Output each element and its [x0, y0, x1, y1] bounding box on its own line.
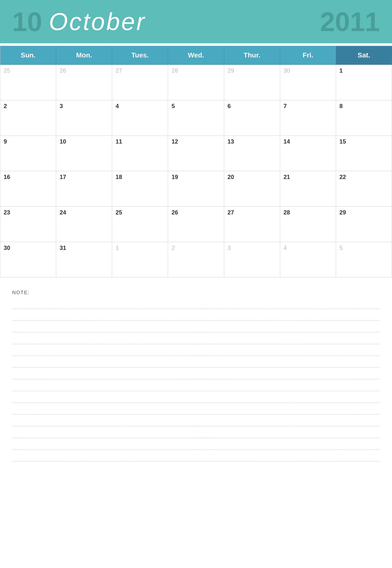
calendar-cell[interactable]: 5: [168, 100, 224, 136]
calendar-cell[interactable]: 7: [280, 100, 336, 136]
day-header-wed: Wed.: [168, 46, 224, 65]
calendar-cell[interactable]: 17: [56, 171, 112, 207]
note-line: [12, 426, 380, 438]
calendar-cell[interactable]: 18: [112, 171, 168, 207]
note-section: NOTE:: [0, 283, 392, 466]
calendar-page: 10 October 2011 Sun.Mon.Tues.Wed.Thur.Fr…: [0, 0, 392, 568]
calendar-cell[interactable]: 29: [224, 65, 280, 100]
day-header-tues: Tues.: [112, 46, 168, 65]
calendar-cell[interactable]: 25: [0, 65, 56, 100]
cell-day-number: 29: [228, 67, 234, 74]
cell-day-number: 24: [60, 209, 66, 216]
cell-day-number: 15: [339, 138, 346, 145]
calendar-cell[interactable]: 13: [224, 136, 280, 171]
month-number: 10: [12, 8, 42, 35]
calendar-cell[interactable]: 2: [0, 100, 56, 136]
calendar-cell[interactable]: 27: [112, 65, 168, 100]
note-line: [12, 344, 380, 356]
calendar-cell[interactable]: 4: [280, 242, 336, 278]
calendar-cell[interactable]: 11: [112, 136, 168, 171]
cell-day-number: 17: [60, 174, 66, 180]
note-line: [12, 438, 380, 450]
cell-day-number: 25: [4, 67, 10, 74]
cell-day-number: 19: [171, 174, 178, 180]
calendar-cell[interactable]: 10: [56, 136, 112, 171]
cell-day-number: 5: [171, 103, 175, 109]
calendar-cell[interactable]: 3: [224, 242, 280, 278]
calendar-cell[interactable]: 26: [56, 65, 112, 100]
month-name: October: [49, 8, 146, 36]
calendar-cell[interactable]: 4: [112, 100, 168, 136]
calendar-cell[interactable]: 21: [280, 171, 336, 207]
cell-day-number: 5: [339, 244, 343, 251]
calendar-cell[interactable]: 19: [168, 171, 224, 207]
calendar-cell[interactable]: 12: [168, 136, 224, 171]
note-line: [12, 297, 380, 309]
calendar-cell[interactable]: 30: [280, 65, 336, 100]
cell-day-number: 22: [339, 174, 346, 180]
calendar-cell[interactable]: 31: [56, 242, 112, 278]
cell-day-number: 1: [339, 67, 343, 74]
day-header-sun: Sun.: [0, 46, 56, 65]
cell-day-number: 27: [228, 209, 234, 216]
note-line: [12, 450, 380, 462]
note-line: [12, 332, 380, 344]
cell-day-number: 2: [171, 244, 175, 251]
calendar-cell[interactable]: 28: [280, 207, 336, 242]
cell-day-number: 1: [115, 244, 119, 251]
calendar-cell[interactable]: 16: [0, 171, 56, 207]
calendar-cell[interactable]: 22: [336, 171, 392, 207]
calendar-cell[interactable]: 23: [0, 207, 56, 242]
note-line: [12, 415, 380, 426]
calendar-cell[interactable]: 28: [168, 65, 224, 100]
day-header-mon: Mon.: [56, 46, 112, 65]
calendar-cell[interactable]: 24: [56, 207, 112, 242]
cell-day-number: 4: [283, 244, 287, 251]
cell-day-number: 23: [4, 209, 10, 216]
cell-day-number: 14: [283, 138, 290, 145]
calendar-cell[interactable]: 25: [112, 207, 168, 242]
calendar-grid: 2526272829301234567891011121314151617181…: [0, 65, 392, 278]
cell-day-number: 7: [283, 103, 287, 109]
calendar-cell[interactable]: 26: [168, 207, 224, 242]
cell-day-number: 3: [60, 103, 63, 109]
cell-day-number: 9: [4, 138, 7, 145]
year: 2011: [320, 8, 380, 35]
cell-day-number: 30: [283, 67, 290, 74]
note-line: [12, 379, 380, 391]
cell-day-number: 10: [60, 138, 66, 145]
cell-day-number: 30: [4, 244, 10, 251]
note-line: [12, 403, 380, 415]
calendar-cell[interactable]: 29: [336, 207, 392, 242]
cell-day-number: 12: [171, 138, 178, 145]
days-header: Sun.Mon.Tues.Wed.Thur.Fri.Sat.: [0, 46, 392, 65]
calendar-cell[interactable]: 6: [224, 100, 280, 136]
note-line: [12, 368, 380, 379]
calendar-cell[interactable]: 8: [336, 100, 392, 136]
calendar-cell[interactable]: 1: [112, 242, 168, 278]
calendar-cell[interactable]: 27: [224, 207, 280, 242]
note-line: [12, 321, 380, 332]
calendar-cell[interactable]: 9: [0, 136, 56, 171]
cell-day-number: 20: [228, 174, 234, 180]
cell-day-number: 31: [60, 244, 66, 251]
note-line: [12, 391, 380, 403]
cell-day-number: 21: [283, 174, 290, 180]
calendar-cell[interactable]: 3: [56, 100, 112, 136]
cell-day-number: 13: [228, 138, 234, 145]
note-lines: [12, 297, 380, 462]
cell-day-number: 2: [4, 103, 7, 109]
cell-day-number: 25: [115, 209, 122, 216]
calendar-cell[interactable]: 14: [280, 136, 336, 171]
calendar-cell[interactable]: 5: [336, 242, 392, 278]
cell-day-number: 26: [60, 67, 66, 74]
note-label: NOTE:: [12, 290, 380, 295]
cell-day-number: 11: [115, 138, 122, 145]
calendar-cell[interactable]: 30: [0, 242, 56, 278]
calendar-cell[interactable]: 15: [336, 136, 392, 171]
day-header-sat: Sat.: [336, 46, 392, 65]
cell-day-number: 16: [4, 174, 10, 180]
calendar-cell[interactable]: 2: [168, 242, 224, 278]
calendar-cell[interactable]: 1: [336, 65, 392, 100]
calendar-cell[interactable]: 20: [224, 171, 280, 207]
